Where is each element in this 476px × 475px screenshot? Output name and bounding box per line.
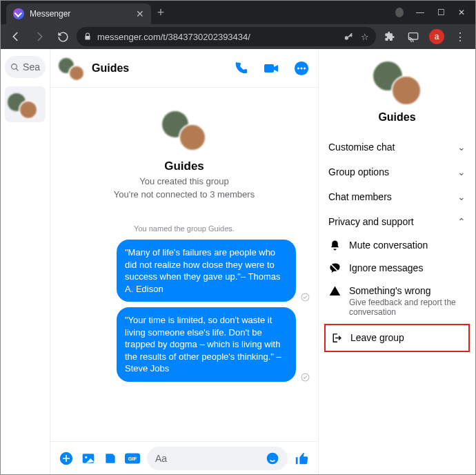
- search-input[interactable]: Sea: [5, 56, 46, 78]
- menu-icon[interactable]: ⋮: [450, 27, 470, 46]
- close-window-icon[interactable]: ✕: [457, 8, 466, 17]
- intro-title: Guides: [164, 159, 204, 173]
- delivered-icon: [300, 293, 310, 302]
- message-row: "Many of life's failures are people who …: [59, 240, 310, 302]
- svg-point-7: [304, 67, 306, 69]
- chat-body: Guides You created this group You're not…: [50, 88, 318, 441]
- message-bubble[interactable]: "Many of life's failures are people who …: [117, 240, 296, 302]
- chevron-up-icon: ⌃: [457, 216, 466, 227]
- message-input[interactable]: Aa: [147, 447, 288, 470]
- ignore-icon: [328, 262, 341, 274]
- more-icon[interactable]: [293, 60, 310, 77]
- section-privacy-support[interactable]: Privacy and support⌃: [328, 209, 466, 234]
- leave-icon: [330, 332, 342, 344]
- svg-rect-1: [408, 33, 417, 39]
- section-chat-members[interactable]: Chat members⌄: [328, 184, 466, 209]
- chat-title: Guides: [92, 62, 129, 75]
- bell-icon: [328, 240, 341, 251]
- group-avatar: [373, 57, 422, 106]
- option-somethings-wrong[interactable]: Something's wrongGive feedback and repor…: [328, 280, 466, 322]
- emoji-icon[interactable]: [266, 452, 279, 465]
- key-icon[interactable]: [343, 31, 354, 42]
- intro-line: You created this group: [139, 176, 229, 186]
- chevron-down-icon: ⌄: [457, 191, 466, 202]
- video-call-icon[interactable]: [263, 60, 279, 77]
- svg-point-15: [267, 452, 279, 464]
- option-mute-conversation[interactable]: Mute conversation: [328, 234, 466, 257]
- image-icon[interactable]: [81, 451, 96, 466]
- chat-header: Guides: [50, 49, 318, 88]
- extensions-icon[interactable]: [380, 27, 399, 46]
- new-tab-button[interactable]: +: [151, 3, 170, 22]
- section-group-options[interactable]: Group options⌄: [328, 159, 466, 184]
- svg-point-16: [270, 456, 271, 458]
- reload-icon[interactable]: [53, 27, 72, 46]
- conversation-list: Sea: [1, 49, 50, 474]
- browser-tab[interactable]: Messenger ✕: [6, 3, 151, 24]
- gif-icon[interactable]: GIF: [125, 451, 140, 466]
- maximize-icon[interactable]: ☐: [437, 8, 445, 17]
- warning-icon: [328, 285, 341, 297]
- svg-point-12: [85, 456, 87, 458]
- svg-text:GIF: GIF: [128, 456, 137, 462]
- option-ignore-messages[interactable]: Ignore messages: [328, 257, 466, 280]
- chat-pane: Guides Guides You created this group You…: [50, 49, 318, 474]
- delivered-icon: [300, 373, 310, 382]
- search-icon: [10, 62, 19, 72]
- tab-close-icon[interactable]: ✕: [136, 8, 144, 19]
- back-icon[interactable]: [6, 27, 26, 46]
- messenger-app: Sea Guides Guides You created this group…: [1, 49, 475, 474]
- svg-point-0: [345, 36, 348, 39]
- browser-toolbar: messenger.com/t/3843730202393434/ ☆ a ⋮: [1, 24, 475, 49]
- composer-placeholder: Aa: [155, 453, 167, 464]
- svg-point-5: [297, 67, 299, 69]
- group-avatar: [8, 89, 38, 119]
- call-icon[interactable]: [232, 60, 249, 77]
- details-title: Guides: [378, 111, 415, 124]
- messenger-favicon: [13, 8, 24, 19]
- minimize-icon[interactable]: —: [416, 8, 424, 17]
- sticker-icon[interactable]: [103, 451, 118, 466]
- system-message: You named the group Guides.: [59, 224, 310, 233]
- chrome-account-icon[interactable]: [395, 8, 404, 17]
- url-text: messenger.com/t/3843730202393434/: [97, 32, 250, 42]
- conversation-item[interactable]: [5, 86, 46, 122]
- section-customise-chat[interactable]: Customise chat⌄: [328, 135, 466, 159]
- composer: GIF Aa: [50, 441, 318, 474]
- like-icon[interactable]: [295, 451, 310, 466]
- details-panel: Guides Customise chat⌄ Group options⌄ Ch…: [318, 49, 475, 474]
- address-bar[interactable]: messenger.com/t/3843730202393434/ ☆: [77, 27, 376, 46]
- browser-titlebar: Messenger ✕ + — ☐ ✕: [1, 1, 475, 24]
- message-bubble[interactable]: "Your time is limited, so don't waste it…: [117, 307, 296, 382]
- chevron-down-icon: ⌄: [457, 166, 466, 177]
- svg-point-6: [300, 67, 302, 69]
- details-intro: Guides: [328, 57, 466, 124]
- forward-icon[interactable]: [30, 27, 49, 46]
- svg-point-17: [273, 456, 275, 458]
- add-icon[interactable]: [59, 451, 74, 466]
- svg-rect-3: [264, 64, 274, 72]
- lock-icon: [83, 32, 92, 41]
- search-placeholder: Sea: [23, 61, 40, 72]
- svg-point-2: [12, 64, 17, 69]
- chevron-down-icon: ⌄: [457, 142, 466, 153]
- window-controls: — ☐ ✕: [395, 8, 475, 17]
- star-icon[interactable]: ☆: [361, 32, 369, 42]
- tab-title: Messenger: [30, 9, 70, 19]
- option-leave-group[interactable]: Leave group: [328, 327, 466, 349]
- intro-line: You're not connected to 3 members: [114, 189, 255, 200]
- chat-intro: Guides You created this group You're not…: [59, 93, 310, 220]
- group-avatar: [162, 107, 206, 151]
- profile-avatar[interactable]: a: [427, 27, 446, 46]
- group-avatar: [59, 55, 85, 81]
- cast-icon[interactable]: [404, 27, 423, 46]
- leave-group-highlight: Leave group: [324, 324, 470, 352]
- message-row: "Your time is limited, so don't waste it…: [59, 307, 310, 382]
